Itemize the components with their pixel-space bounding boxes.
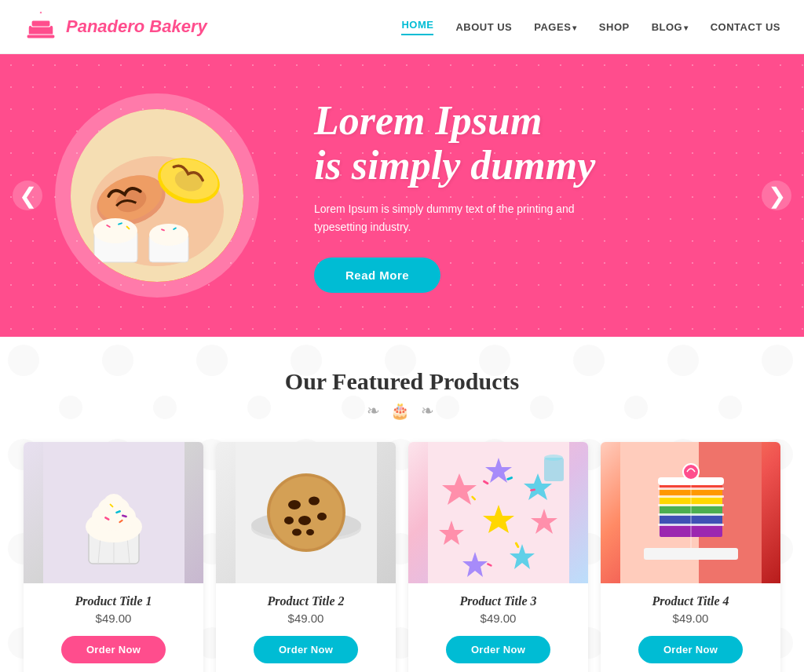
- products-grid: Product Title 1 $49.00 Order Now: [24, 442, 780, 672]
- hero-circle-outer: [55, 93, 259, 298]
- svg-point-18: [149, 224, 188, 246]
- product-image-4: [601, 442, 780, 583]
- product-price-3: $49.00: [481, 612, 517, 625]
- svg-point-45: [298, 516, 311, 525]
- svg-point-17: [93, 218, 137, 243]
- hero-image-wrapper: [47, 86, 267, 305]
- product-price-4: $49.00: [673, 612, 709, 625]
- order-button-1[interactable]: Order Now: [61, 636, 166, 663]
- product-card-3: Product Title 3 $49.00 Order Now: [408, 442, 588, 672]
- nav-item-blog[interactable]: BLOG▾: [652, 21, 689, 33]
- svg-rect-1: [31, 20, 50, 27]
- product-image-1: [24, 442, 203, 583]
- product-name-1: Product Title 1: [75, 594, 152, 608]
- svg-point-83: [683, 464, 699, 480]
- svg-point-44: [309, 497, 320, 506]
- hero-subtitle: Lorem Ipsum is simply dummy text of the …: [314, 200, 612, 236]
- blog-caret-icon: ▾: [684, 24, 689, 32]
- nav-list: HOME ABOUT US PAGES▾ SHOP BLOG▾ CONTACT …: [401, 19, 780, 35]
- svg-rect-66: [544, 458, 564, 481]
- hero-section: ❮: [0, 54, 804, 337]
- product-card-2: Product Title 2 $49.00 Order Now: [216, 442, 396, 672]
- product-card-1: Product Title 1 $49.00 Order Now: [24, 442, 203, 672]
- order-button-2[interactable]: Order Now: [254, 636, 358, 663]
- product-image-3: [408, 442, 588, 583]
- pages-caret-icon: ▾: [572, 24, 577, 32]
- hero-prev-arrow[interactable]: ❮: [13, 181, 42, 210]
- order-button-4[interactable]: Order Now: [638, 636, 743, 663]
- cupcake-illustration: [43, 442, 185, 583]
- svg-point-47: [284, 517, 294, 524]
- svg-rect-2: [27, 35, 55, 38]
- cake-illustration: [620, 442, 762, 583]
- cookie-illustration: [236, 442, 377, 583]
- product-card-4: Product Title 4 $49.00 Order Now: [601, 442, 780, 672]
- order-button-3[interactable]: Order Now: [446, 636, 550, 663]
- product-name-3: Product Title 3: [459, 594, 536, 608]
- nav-item-shop[interactable]: SHOP: [599, 21, 630, 33]
- candy-illustration: [428, 442, 569, 583]
- svg-point-43: [288, 500, 301, 509]
- hero-title: Lorem Ipsum is simply dummy: [314, 98, 757, 188]
- product-name-2: Product Title 2: [267, 594, 344, 608]
- svg-point-46: [317, 513, 327, 520]
- nav-item-contact[interactable]: CONTACT US: [711, 21, 780, 33]
- svg-rect-70: [644, 548, 738, 560]
- products-section: Our Featured Products ❧ 🎂 ❧: [0, 337, 804, 672]
- hero-next-arrow[interactable]: ❯: [762, 181, 791, 210]
- hero-circle-inner: [71, 109, 243, 282]
- main-nav: HOME ABOUT US PAGES▾ SHOP BLOG▾ CONTACT …: [401, 19, 780, 35]
- product-price-2: $49.00: [288, 612, 324, 625]
- nav-item-pages[interactable]: PAGES▾: [534, 21, 577, 33]
- svg-point-48: [306, 529, 314, 535]
- product-price-1: $49.00: [96, 612, 132, 625]
- section-title: Our Featured Products: [24, 368, 780, 395]
- hero-content: Lorem Ipsum is simply dummy Lorem Ipsum …: [267, 98, 757, 293]
- logo-text: Panadero Bakery: [66, 16, 207, 37]
- logo-icon: [24, 9, 58, 44]
- svg-point-5: [40, 12, 42, 14]
- product-name-4: Product Title 4: [652, 594, 729, 608]
- nav-item-home[interactable]: HOME: [401, 19, 433, 35]
- read-more-button[interactable]: Read More: [314, 257, 440, 293]
- svg-point-49: [292, 529, 302, 536]
- section-divider: ❧ 🎂 ❧: [24, 401, 780, 420]
- header: Panadero Bakery HOME ABOUT US PAGES▾ SHO…: [0, 0, 804, 54]
- product-image-2: [216, 442, 396, 583]
- nav-item-about[interactable]: ABOUT US: [455, 21, 512, 33]
- svg-point-3: [38, 16, 43, 20]
- svg-point-32: [104, 494, 123, 509]
- hero-donut-illustration: [71, 109, 243, 282]
- svg-point-67: [544, 455, 563, 461]
- logo-area: Panadero Bakery: [24, 9, 207, 44]
